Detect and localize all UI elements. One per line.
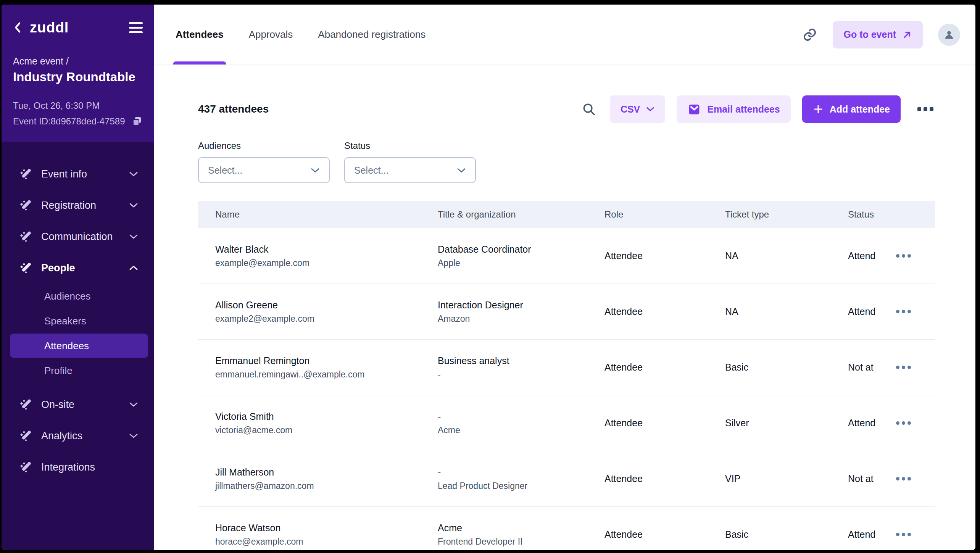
attendee-ticket-type: Basic (725, 362, 848, 373)
sidebar-item-label: Speakers (44, 315, 86, 327)
wand-icon (19, 398, 31, 411)
attendee-ticket-type: Basic (725, 529, 848, 540)
attendee-role: Attendee (604, 473, 725, 484)
table-header: Name Title & organization Role Ticket ty… (198, 201, 935, 228)
attendee-role: Attendee (604, 529, 725, 540)
attendee-title: Database Coordinator (438, 244, 604, 255)
arrow-up-right-icon (902, 30, 912, 40)
tab-abandoned-registrations[interactable]: Abandoned registrations (318, 5, 426, 64)
search-icon[interactable] (579, 100, 598, 119)
filters: Audiences Select... Status Select... (198, 140, 975, 183)
app-window: zuddl Acme event / Industry Roundtable T… (2, 5, 975, 550)
row-actions-button[interactable] (894, 361, 913, 374)
row-actions-button[interactable] (894, 305, 913, 318)
sidebar-header: zuddl Acme event / Industry Roundtable T… (2, 5, 154, 142)
row-actions-button[interactable] (894, 528, 913, 541)
status-filter: Status Select... (344, 140, 476, 183)
attendee-title: Acme (438, 522, 604, 534)
sidebar-item-label: Analytics (41, 430, 82, 442)
tab-approvals[interactable]: Approvals (249, 5, 293, 64)
tab-attendees[interactable]: Attendees (176, 5, 224, 64)
attendee-email: jillmathers@amazon.com (215, 481, 438, 491)
attendees-page: 437 attendees CSV Email attendees (154, 65, 975, 550)
mail-icon (687, 102, 701, 116)
chevron-down-icon (129, 171, 138, 177)
attendee-org: Acme (438, 425, 604, 435)
sidebar-item-integrations[interactable]: Integrations (2, 451, 154, 483)
table-row: Jill Mathersonjillmathers@amazon.com -Le… (198, 451, 935, 507)
attendee-status: Not at (848, 362, 893, 373)
attendee-name: Victoria Smith (215, 411, 438, 422)
row-actions-button[interactable] (894, 250, 913, 262)
email-attendees-button[interactable]: Email attendees (677, 95, 790, 123)
attendee-name: Walter Black (215, 244, 438, 255)
chevron-down-icon (311, 168, 320, 173)
attendee-status: Attend (848, 250, 893, 261)
copy-icon[interactable] (131, 116, 143, 127)
attendee-title: Business analyst (438, 355, 604, 366)
attendee-role: Attendee (604, 418, 725, 429)
attendees-table: Name Title & organization Role Ticket ty… (198, 201, 935, 550)
sidebar-item-speakers[interactable]: Speakers (2, 309, 154, 333)
attendee-org: Lead Product Designer (438, 481, 604, 491)
sidebar-item-analytics[interactable]: Analytics (2, 420, 154, 451)
sidebar-item-label: On-site (41, 399, 74, 411)
tab-label: Attendees (176, 29, 224, 40)
status-filter-label: Status (344, 140, 476, 151)
user-icon (943, 29, 955, 41)
chevron-down-icon (129, 234, 138, 239)
sidebar-item-label: Communication (41, 231, 113, 243)
csv-dropdown-button[interactable]: CSV (610, 95, 665, 123)
attendee-org: Apple (438, 258, 604, 268)
attendee-org: Frontend Developer II (438, 537, 604, 547)
sidebar-item-label: Registration (41, 200, 96, 211)
sidebar-item-label: Profile (44, 365, 73, 377)
attendee-ticket-type: Silver (725, 418, 848, 429)
attendee-name: Allison Greene (215, 300, 438, 311)
sidebar-item-attendees[interactable]: Attendees (10, 334, 148, 358)
chevron-down-icon (129, 433, 138, 439)
sidebar-item-communication[interactable]: Communication (2, 221, 154, 252)
table-row: Horace Watsonhorace@example.com AcmeFron… (198, 507, 935, 550)
attendee-email: emmanuel.remingawi..@example.com (215, 369, 438, 380)
link-icon[interactable] (802, 27, 817, 42)
table-row: Emmanuel Remingtonemmanuel.remingawi..@e… (198, 340, 935, 395)
chevron-down-icon (129, 203, 138, 208)
attendee-name: Horace Watson (215, 522, 438, 534)
zuddl-logo[interactable]: zuddl (30, 19, 69, 36)
sidebar-item-profile[interactable]: Profile (2, 358, 154, 383)
more-actions-button[interactable] (912, 103, 935, 115)
column-header-title-org: Title & organization (438, 209, 604, 220)
sidebar-item-on-site[interactable]: On-site (2, 389, 154, 420)
hamburger-icon[interactable] (129, 22, 143, 33)
column-header-ticket-type: Ticket type (725, 209, 848, 220)
status-select[interactable]: Select... (344, 157, 476, 183)
attendee-email: victoria@acme.com (215, 425, 438, 435)
avatar[interactable] (938, 24, 960, 46)
go-to-event-button[interactable]: Go to event (833, 21, 923, 48)
chevron-down-icon (457, 168, 466, 173)
attendee-title: - (438, 411, 604, 422)
wand-icon (19, 430, 31, 442)
wand-icon (19, 199, 31, 211)
attendee-email: example2@example.com (215, 314, 438, 324)
wand-icon (19, 168, 31, 180)
attendee-count: 437 attendees (198, 103, 269, 115)
sidebar-item-event-info[interactable]: Event info (2, 158, 154, 190)
add-attendee-button[interactable]: Add attendee (802, 95, 901, 123)
breadcrumb[interactable]: Acme event / (13, 56, 143, 67)
table-row: Walter Blackexample@example.com Database… (198, 228, 935, 284)
row-actions-button[interactable] (894, 472, 913, 485)
back-icon[interactable] (13, 21, 23, 34)
audiences-select[interactable]: Select... (198, 157, 330, 183)
audiences-filter-label: Audiences (198, 140, 330, 151)
sidebar-item-audiences[interactable]: Audiences (2, 284, 154, 308)
sidebar-item-people[interactable]: People (2, 252, 154, 284)
sidebar-item-registration[interactable]: Registration (2, 190, 154, 221)
table-row: Victoria Smithvictoria@acme.com -Acme At… (198, 395, 935, 451)
row-actions-button[interactable] (894, 417, 913, 429)
attendee-status: Attend (848, 306, 893, 317)
attendee-ticket-type: NA (725, 250, 848, 261)
attendee-status: Not at (848, 473, 893, 484)
attendee-name: Emmanuel Remington (215, 355, 438, 366)
